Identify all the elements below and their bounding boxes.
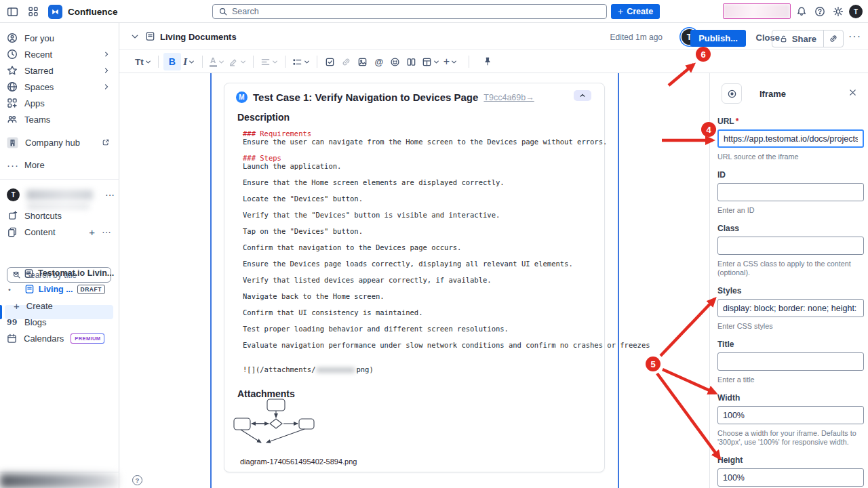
collapse-sidebar-icon[interactable] xyxy=(7,6,18,18)
italic-button[interactable]: I xyxy=(181,53,197,70)
insert-more-button[interactable]: + xyxy=(441,53,459,70)
alignment-button[interactable] xyxy=(258,53,280,70)
redacted-area xyxy=(723,3,791,19)
iframe-selection-border-right xyxy=(618,73,619,488)
notifications-bell-icon[interactable] xyxy=(796,6,807,17)
insert-image-button[interactable] xyxy=(355,53,371,70)
id-input[interactable] xyxy=(717,183,864,201)
content-more-icon[interactable]: ··· xyxy=(102,226,111,237)
page-more-icon[interactable]: ··· xyxy=(848,30,861,43)
sidebar-item-content[interactable]: Content + ··· xyxy=(0,224,119,239)
attachment-filename: diagram-1740561495402-5894.png xyxy=(240,458,357,466)
code-line xyxy=(243,357,595,365)
top-app-bar: Confluence Search + Create T xyxy=(0,0,868,23)
page-title[interactable]: Living Documents xyxy=(160,32,237,42)
field-helper: Enter CSS styles xyxy=(717,322,864,331)
field-helper: Enter an ID xyxy=(717,206,864,215)
field-styles: StylesEnter CSS styles xyxy=(717,286,864,331)
description-heading: Description xyxy=(237,112,290,123)
add-content-icon[interactable]: + xyxy=(89,226,95,238)
text-style-button[interactable]: Tt xyxy=(133,53,153,70)
confluence-logo-icon[interactable] xyxy=(48,5,62,19)
test-case-body: ### RequirementsEnsure the user can navi… xyxy=(243,129,595,373)
iframe-macro-button[interactable] xyxy=(722,83,742,104)
attachment-diagram[interactable] xyxy=(231,398,323,445)
search-icon xyxy=(218,7,228,16)
field-helper: Enter a title xyxy=(717,375,864,384)
pin-toolbar-button[interactable] xyxy=(479,53,496,70)
link-icon xyxy=(341,57,351,67)
table-button[interactable] xyxy=(420,53,441,70)
sidebar-item-starred[interactable]: Starred xyxy=(0,62,119,79)
unlock-icon xyxy=(779,35,788,43)
highlighter-icon xyxy=(229,57,239,67)
test-id-link[interactable]: T9cc4a69b→ xyxy=(484,93,534,102)
highlight-button[interactable] xyxy=(226,53,248,70)
code-line: Tap on the "Devices" button. xyxy=(243,227,595,235)
search-placeholder: Search xyxy=(232,7,259,16)
checkbox-icon xyxy=(325,57,335,67)
teams-icon xyxy=(7,114,18,125)
help-icon[interactable] xyxy=(814,6,825,17)
code-line xyxy=(243,300,595,308)
sidebar-item-teams[interactable]: Teams xyxy=(0,111,119,127)
blogs-quote-icon: 99 xyxy=(7,318,18,327)
title-input[interactable] xyxy=(717,352,864,371)
emoji-icon xyxy=(390,57,400,67)
sidebar-item-calendars[interactable]: Calendars PREMIUM xyxy=(0,331,119,346)
tree-item-selected-row[interactable]: • Living ... DRAFT xyxy=(0,282,119,296)
building-icon xyxy=(7,137,18,148)
width-input[interactable] xyxy=(717,406,864,424)
sidebar-item-recent[interactable]: Recent xyxy=(0,46,119,62)
sidebar-item-for-you[interactable]: For you xyxy=(0,30,119,46)
sidebar-item-more[interactable]: ··· More xyxy=(0,157,119,173)
publish-button[interactable]: Publish... xyxy=(690,30,746,47)
target-icon xyxy=(727,89,737,99)
tree-create-button[interactable]: + Create xyxy=(0,298,119,313)
space-more-icon[interactable]: ··· xyxy=(105,189,115,200)
emoji-button[interactable] xyxy=(387,53,403,70)
create-button[interactable]: + Create xyxy=(611,4,660,19)
collapse-title-chevron-icon[interactable] xyxy=(131,33,139,41)
app-switcher-icon[interactable] xyxy=(28,6,39,17)
styles-input[interactable] xyxy=(717,299,864,317)
task-button[interactable] xyxy=(322,53,338,70)
url-input[interactable] xyxy=(717,129,864,148)
code-line xyxy=(243,284,595,292)
bullet-list-icon xyxy=(292,57,302,67)
editor-help-icon[interactable]: ? xyxy=(132,475,142,485)
field-helper: URL source of the iframe xyxy=(717,152,864,161)
field-label: ID xyxy=(717,170,864,180)
text-color-button[interactable]: A xyxy=(208,53,226,70)
class-input[interactable] xyxy=(717,237,864,255)
field-label: Styles xyxy=(717,286,864,296)
mention-button[interactable]: @ xyxy=(371,53,387,70)
premium-badge: PREMIUM xyxy=(71,333,104,344)
user-avatar[interactable]: T xyxy=(849,5,863,18)
list-button[interactable] xyxy=(290,53,312,70)
bold-button[interactable]: B xyxy=(163,53,181,70)
settings-gear-icon[interactable] xyxy=(833,6,844,17)
panel-close-icon[interactable] xyxy=(848,88,857,97)
collapse-card-button[interactable] xyxy=(574,90,591,101)
redacted-filename xyxy=(317,367,355,373)
sidebar-item-spaces[interactable]: Spaces xyxy=(0,79,119,95)
apps-grid-icon xyxy=(7,98,18,108)
insert-link-button[interactable] xyxy=(338,53,355,70)
field-id: IDEnter an ID xyxy=(717,170,864,215)
global-search-input[interactable]: Search xyxy=(212,4,607,19)
code-line: ![](/attachments/png) xyxy=(243,365,595,373)
code-line: Test proper loading behavior and differe… xyxy=(243,325,595,333)
layouts-button[interactable] xyxy=(403,53,420,70)
copy-link-button[interactable] xyxy=(824,34,843,43)
code-line: ### Steps xyxy=(243,154,595,162)
sidebar-item-company-hub[interactable]: Company hub xyxy=(0,134,119,150)
tree-item-parent[interactable]: Testomat.io Livin... xyxy=(0,266,119,281)
space-header[interactable]: T ··· xyxy=(0,186,119,203)
code-line: Ensure the Devices page loads correctly,… xyxy=(243,260,595,268)
height-input[interactable] xyxy=(717,468,864,487)
sidebar-item-shortcuts[interactable]: Shortcuts xyxy=(0,208,119,223)
sidebar-item-apps[interactable]: Apps xyxy=(0,95,119,111)
sidebar-item-blogs[interactable]: 99 Blogs xyxy=(0,314,119,329)
share-button[interactable]: Share xyxy=(772,34,823,44)
